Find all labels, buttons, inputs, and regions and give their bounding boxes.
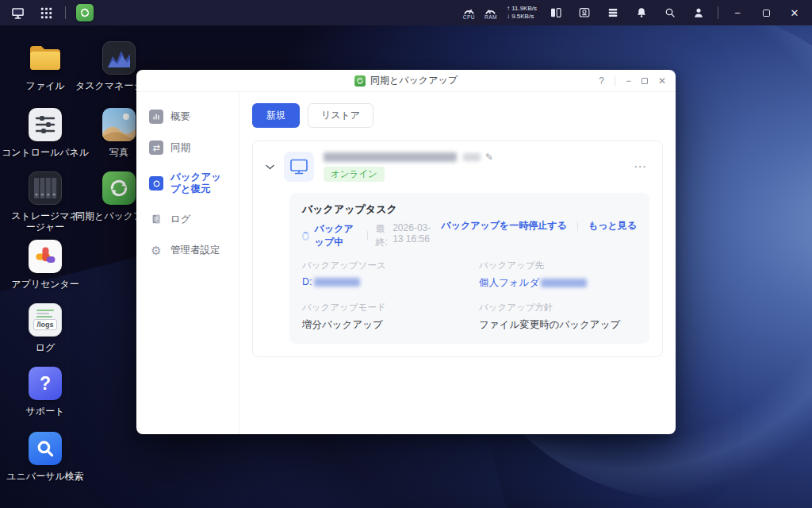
backup-task-actions: バックアップを一時停止する もっと見る [441,219,637,233]
app-launcher-button[interactable] [36,3,56,22]
field-label: バックアップモード [302,302,460,314]
show-desktop-button[interactable] [8,3,27,22]
device-more-menu-button[interactable]: ⋯ [630,159,649,175]
sync-icon: ⇄ [149,140,163,155]
new-task-button[interactable]: 新規 [252,103,300,128]
backup-task-status-block: バックアップタスク バックアップ中 最終: 2026-03-13 16:56 [302,202,441,249]
backup-restore-icon [149,176,163,190]
monitor-icon [10,6,25,20]
sidebar-item-logs[interactable]: ログ [144,207,231,231]
close-button[interactable]: ✕ [785,3,804,22]
task-queue-icon [607,6,619,19]
screen-capture-icon [578,6,591,19]
field-backup-source: バックアップソース D: [302,260,460,290]
universal-search-icon [29,432,62,465]
backup-source-value[interactable]: D: [302,276,460,287]
user-account-button[interactable] [689,3,708,22]
controls-separator [615,76,615,87]
ram-gauge-icon [485,6,496,14]
backup-task-panel: バックアップタスク バックアップ中 最終: 2026-03-13 16:56 [289,193,649,344]
minimize-button[interactable]: − [728,3,747,22]
taskbar-separator [65,6,66,19]
taskbar-app-sync-backup[interactable] [75,3,94,22]
desktop-icon-files[interactable]: ファイル [10,41,81,91]
field-backup-destination: バックアップ先 個人フォルダ [479,260,637,290]
download-speed: 9.5KB/s [511,13,534,20]
pause-backup-link[interactable]: バックアップを一時停止する [441,219,567,233]
sidebar-item-admin-settings[interactable]: ⚙ 管理者設定 [144,238,231,262]
desktop-icon-storage-manager[interactable]: ストレージマネージャー [10,171,81,233]
window-minimize-button[interactable]: − [626,76,631,86]
collapse-chevron-icon[interactable] [266,164,274,170]
cpu-gauge-icon [463,6,475,14]
window-app-icon [354,75,366,87]
desktop-icon-control-panel[interactable]: コントロールパネル [10,108,81,158]
maximize-button[interactable] [756,3,776,22]
sidebar-item-sync[interactable]: ⇄ 同期 [144,136,231,160]
toolbar: 新規 リストア [252,103,663,128]
desktop-icon-label: コントロールパネル [2,147,89,158]
backup-mode-value: 増分バックアップ [302,318,460,332]
gear-icon: ⚙ [149,243,163,257]
restore-button[interactable]: リストア [308,103,373,128]
desktop-icon-label: アプリセンター [11,279,79,290]
screen-capture-button[interactable] [575,3,594,22]
see-more-link[interactable]: もっと見る [588,219,637,233]
field-label: バックアップ先 [479,260,637,271]
cpu-monitor[interactable]: CPU [463,6,475,21]
user-icon [692,6,705,19]
divider [367,231,368,241]
desktop-icon-label: ユニバーサル検索 [6,471,83,482]
taskbar: CPU RAM ↑ 11.9KB/s ↓ 9.5KB/s [0,0,812,25]
desktop-icon-app-center[interactable]: アプリセンター [10,240,81,290]
desktop: CPU RAM ↑ 11.9KB/s ↓ 9.5KB/s [0,0,812,508]
help-button[interactable]: ? [599,76,604,86]
search-button[interactable] [661,3,680,22]
device-info: ✎ オンライン [324,152,630,182]
desktop-icon-support[interactable]: ? サポート [10,367,81,417]
files-icon [27,41,63,75]
task-queue-button[interactable] [603,3,622,22]
help-icon: ? [599,75,604,87]
backup-task-title: バックアップタスク [302,202,441,217]
widgets-button[interactable] [546,3,565,22]
app-center-icon [29,240,62,273]
desktop-icon-logs[interactable]: /logs ログ [10,303,81,353]
ram-monitor[interactable]: RAM [485,6,497,21]
edit-name-icon[interactable]: ✎ [485,152,493,163]
window-maximize-button[interactable] [642,76,648,86]
window-controls: ? − ✕ [599,70,666,92]
sidebar-item-backup-restore[interactable]: バックアップと復元 [144,167,231,200]
taskbar-left [8,3,94,22]
desktop-icon-universal-search[interactable]: ユニバーサル検索 [10,432,81,482]
field-label: バックアップ方針 [479,302,637,314]
destination-prefix: 個人フォルダ [479,276,539,290]
device-header: ✎ オンライン ⋯ [266,152,649,182]
ram-label: RAM [485,15,497,21]
taskbar-separator [718,6,718,19]
sidebar-item-overview[interactable]: 概要 [144,105,231,129]
notifications-button[interactable] [632,3,651,22]
close-icon: ✕ [658,75,666,87]
window-close-button[interactable]: ✕ [658,76,666,86]
sidebar-item-label: 管理者設定 [170,244,220,256]
window-title: 同期とバックアップ [370,74,458,87]
sync-backup-app-icon [76,4,94,21]
desktop-icon-label: 写真 [109,147,128,158]
device-name-redacted [324,152,457,162]
maximize-icon [763,10,770,17]
field-backup-mode: バックアップモード 増分バックアップ [302,302,460,332]
window-title-wrap: 同期とバックアップ [354,74,458,87]
minimize-icon: − [626,75,631,87]
overview-icon [149,110,163,124]
photos-icon [102,108,136,141]
online-status-badge: オンライン [324,167,385,182]
last-label: 最終: [376,222,390,249]
window-content: 新規 リストア [239,92,676,434]
window-titlebar[interactable]: 同期とバックアップ ? − ✕ [136,70,676,92]
sidebar-item-label: 概要 [170,111,190,123]
desktop-icon-label: サポート [26,406,65,417]
close-icon: ✕ [791,8,799,18]
backup-destination-value[interactable]: 個人フォルダ [479,276,637,290]
network-speed[interactable]: ↑ 11.9KB/s ↓ 9.5KB/s [507,5,537,21]
